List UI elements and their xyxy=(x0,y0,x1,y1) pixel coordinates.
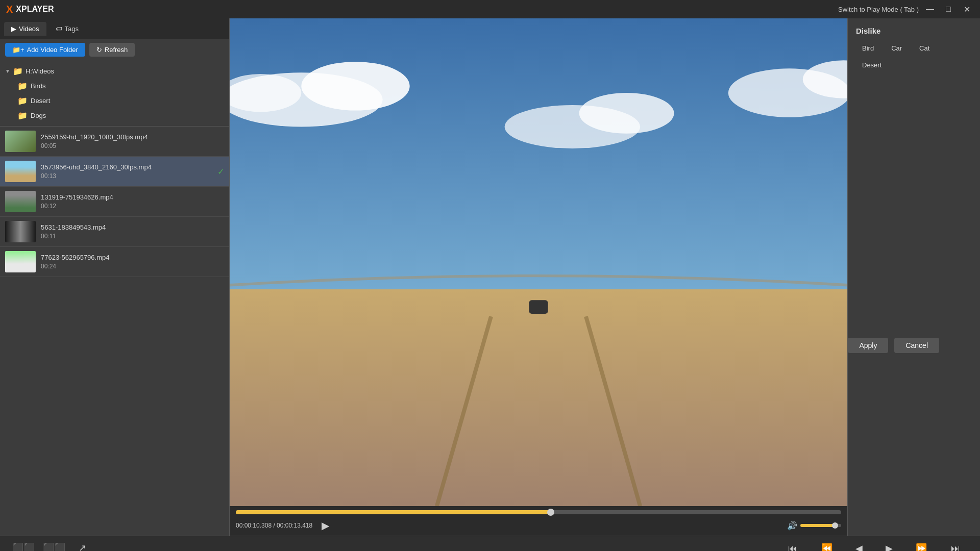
birds-folder-icon: 📁 xyxy=(17,81,28,91)
main-layout: ▶ Videos 🏷 Tags 📁+ Add Video Folder ↻ Re… xyxy=(0,18,980,536)
volume-area: 🔊 xyxy=(787,521,841,531)
folder-tree: ▼ 📁 H:\Videos 📁 Birds 📁 Desert 📁 Dogs xyxy=(0,61,229,126)
folder-item-desert[interactable]: 📁 Desert xyxy=(12,93,229,108)
tab-videos[interactable]: ▶ Videos xyxy=(4,22,46,36)
svg-rect-0 xyxy=(230,18,847,316)
tag-cat[interactable]: Cat xyxy=(913,42,936,54)
current-time: 00:00:10.308 xyxy=(236,522,272,529)
merge-icon: ⬛⬛ xyxy=(43,542,65,551)
tab-videos-label: Videos xyxy=(19,25,39,33)
desert-folder-label: Desert xyxy=(31,97,50,105)
video-tab-icon: ▶ xyxy=(11,25,16,33)
right-section: 00:00:10.308 / 00:00:13.418 ▶ 🔊 Dislike xyxy=(230,18,980,536)
progress-thumb[interactable] xyxy=(547,509,554,516)
file-duration: 00:24 xyxy=(41,263,224,270)
file-item[interactable]: 131919-751934626.mp4 00:12 xyxy=(0,187,229,217)
time-display: 00:00:10.308 / 00:00:13.418 xyxy=(236,522,312,529)
nav-back-1sec[interactable]: ⏪ 1 second xyxy=(810,541,843,551)
nav-back-5sec[interactable]: ⏮ 5 second xyxy=(776,541,810,552)
file-info: 77623-562965796.mp4 00:24 xyxy=(41,254,224,270)
file-item[interactable]: 77623-562965796.mp4 00:24 xyxy=(0,247,229,277)
svg-point-5 xyxy=(579,93,674,134)
volume-slider[interactable] xyxy=(800,524,841,527)
transport-bar: ⬛⬛ Split ⬛⬛ Merge ↗ Export ⏮ 5 second ⏪ … xyxy=(0,536,980,551)
titlebar: X XPLAYER Switch to Play Mode ( Tab ) — … xyxy=(0,0,980,18)
file-name: 77623-562965796.mp4 xyxy=(41,254,224,261)
file-thumbnail xyxy=(5,221,36,242)
file-duration: 00:12 xyxy=(41,203,224,210)
folder-item-dogs[interactable]: 📁 Dogs xyxy=(12,108,229,123)
add-folder-icon: 📁+ xyxy=(12,46,24,54)
cancel-button[interactable]: Cancel xyxy=(894,338,939,353)
file-info: 2559159-hd_1920_1080_30fps.mp4 00:05 xyxy=(41,133,224,149)
apply-button[interactable]: Apply xyxy=(848,338,888,353)
tab-tags-label: Tags xyxy=(65,25,79,33)
file-name: 131919-751934626.mp4 xyxy=(41,193,224,201)
folder-item-birds[interactable]: 📁 Birds xyxy=(12,79,229,93)
file-info: 5631-183849543.mp4 00:11 xyxy=(41,223,224,240)
toolbar: 📁+ Add Video Folder ↻ Refresh xyxy=(0,39,229,61)
export-icon: ↗ xyxy=(79,542,86,551)
controls-bar: 00:00:10.308 / 00:00:13.418 ▶ 🔊 xyxy=(230,516,847,536)
transport-nav: ⏮ 5 second ⏪ 1 second ◀ 1 frame ▶ 1 fram… xyxy=(776,541,972,551)
export-button[interactable]: ↗ Export xyxy=(69,540,95,551)
file-list: 2559159-hd_1920_1080_30fps.mp4 00:05 357… xyxy=(0,126,229,536)
folder-root-item[interactable]: ▼ 📁 H:\Videos xyxy=(0,64,229,79)
check-icon: ✓ xyxy=(217,167,224,177)
nav-forward-1sec[interactable]: ⏩ 1 second xyxy=(905,541,938,551)
root-folder-label: H:\Videos xyxy=(26,67,54,75)
bottom-section: ⬛⬛ Split ⬛⬛ Merge ↗ Export ⏮ 5 second ⏪ … xyxy=(0,536,980,551)
switch-to-play-label: Switch to Play Mode ( Tab ) xyxy=(838,6,919,13)
tab-tags[interactable]: 🏷 Tags xyxy=(48,22,86,36)
refresh-icon: ↻ xyxy=(96,46,102,54)
tags-tab-icon: 🏷 xyxy=(56,25,62,33)
left-panel: ▶ Videos 🏷 Tags 📁+ Add Video Folder ↻ Re… xyxy=(0,18,230,536)
file-info: 131919-751934626.mp4 00:12 xyxy=(41,193,224,210)
svg-point-2 xyxy=(301,62,409,111)
tag-car[interactable]: Car xyxy=(885,42,908,54)
folder-children: 📁 Birds 📁 Desert 📁 Dogs xyxy=(0,79,229,123)
tabs-bar: ▶ Videos 🏷 Tags xyxy=(0,18,229,39)
file-thumbnail xyxy=(5,161,36,182)
expand-arrow-icon: ▼ xyxy=(5,68,10,74)
volume-icon: 🔊 xyxy=(787,521,797,531)
file-duration: 00:05 xyxy=(41,142,224,149)
file-item-selected[interactable]: 3573956-uhd_3840_2160_30fps.mp4 00:13 ✓ xyxy=(0,157,229,187)
merge-button[interactable]: ⬛⬛ Merge xyxy=(39,540,69,551)
app-x-icon: X xyxy=(6,4,13,15)
maximize-button[interactable]: □ xyxy=(941,2,955,16)
nav-forward-5sec[interactable]: ⏭ 5 second xyxy=(939,541,972,552)
add-video-folder-button[interactable]: 📁+ Add Video Folder xyxy=(5,43,85,57)
split-button[interactable]: ⬛⬛ Split xyxy=(8,540,39,551)
video-preview xyxy=(230,18,847,506)
file-name: 5631-183849543.mp4 xyxy=(41,223,224,231)
close-button[interactable]: ✕ xyxy=(960,2,974,16)
tag-bird[interactable]: Bird xyxy=(856,42,880,54)
apply-cancel-area: Apply Cancel xyxy=(848,338,939,353)
nav-forward-1frame[interactable]: ▶ 1 frame xyxy=(874,541,903,551)
file-item[interactable]: 5631-183849543.mp4 00:11 xyxy=(0,217,229,247)
minimize-button[interactable]: — xyxy=(923,2,937,16)
dogs-folder-label: Dogs xyxy=(31,112,46,119)
video-area: 00:00:10.308 / 00:00:13.418 ▶ 🔊 xyxy=(230,18,847,536)
file-thumbnail xyxy=(5,191,36,212)
file-duration: 00:13 xyxy=(41,172,212,180)
tags-panel: Dislike Bird Car Cat Desert xyxy=(847,18,980,536)
app-logo: X XPLAYER xyxy=(6,4,54,15)
video-container xyxy=(230,18,847,506)
refresh-button[interactable]: ↻ Refresh xyxy=(89,43,135,57)
total-time: 00:00:13.418 xyxy=(277,522,312,529)
svg-rect-8 xyxy=(230,289,847,506)
dogs-folder-icon: 📁 xyxy=(17,111,28,120)
progress-bar[interactable] xyxy=(236,510,841,514)
nav-back-1frame[interactable]: ◀ 1 frame xyxy=(844,541,873,551)
play-button[interactable]: ▶ xyxy=(317,519,333,532)
file-name: 3573956-uhd_3840_2160_30fps.mp4 xyxy=(41,163,212,171)
file-duration: 00:11 xyxy=(41,233,224,240)
progress-area xyxy=(230,506,847,516)
tag-desert[interactable]: Desert xyxy=(856,59,888,71)
file-info: 3573956-uhd_3840_2160_30fps.mp4 00:13 xyxy=(41,163,212,180)
file-thumbnail xyxy=(5,251,36,272)
file-item[interactable]: 2559159-hd_1920_1080_30fps.mp4 00:05 xyxy=(0,127,229,157)
volume-thumb[interactable] xyxy=(832,522,838,529)
